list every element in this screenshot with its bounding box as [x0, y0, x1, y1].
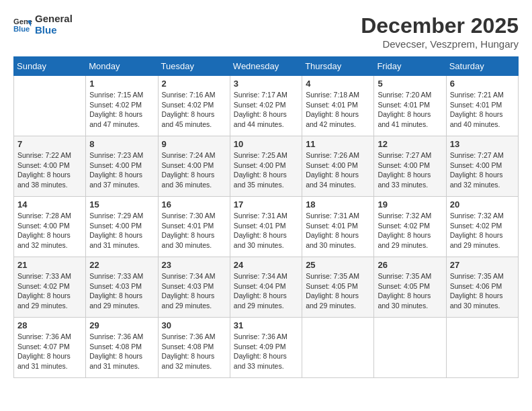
day-number: 13: [450, 139, 515, 149]
col-tuesday: Tuesday: [158, 57, 230, 76]
day-number: 17: [234, 199, 298, 210]
calendar-cell: 21 Sunrise: 7:33 AMSunset: 4:02 PMDaylig…: [14, 257, 86, 318]
day-info: Sunrise: 7:22 AMSunset: 4:00 PMDaylight:…: [17, 150, 82, 190]
day-number: 1: [89, 79, 154, 89]
col-saturday: Saturday: [446, 57, 518, 76]
day-info: Sunrise: 7:34 AMSunset: 4:04 PMDaylight:…: [234, 271, 298, 311]
day-info: Sunrise: 7:34 AMSunset: 4:03 PMDaylight:…: [162, 271, 226, 311]
week-row-2: 14 Sunrise: 7:28 AMSunset: 4:00 PMDaylig…: [14, 197, 519, 257]
day-info: Sunrise: 7:35 AMSunset: 4:05 PMDaylight:…: [378, 271, 442, 311]
calendar-cell: 17 Sunrise: 7:31 AMSunset: 4:01 PMDaylig…: [230, 197, 302, 257]
calendar-cell: [14, 76, 86, 136]
calendar-cell: 11 Sunrise: 7:26 AMSunset: 4:00 PMDaylig…: [302, 136, 374, 197]
day-number: 28: [17, 320, 82, 330]
calendar-cell: 1 Sunrise: 7:15 AMSunset: 4:02 PMDayligh…: [86, 76, 158, 136]
day-info: Sunrise: 7:28 AMSunset: 4:00 PMDaylight:…: [17, 211, 82, 250]
title-area: December 2025 Devecser, Veszprem, Hungar…: [361, 13, 519, 50]
calendar-cell: 13 Sunrise: 7:27 AMSunset: 4:00 PMDaylig…: [446, 136, 518, 197]
day-info: Sunrise: 7:33 AMSunset: 4:02 PMDaylight:…: [17, 271, 82, 311]
day-number: 16: [162, 199, 226, 210]
day-info: Sunrise: 7:31 AMSunset: 4:01 PMDaylight:…: [306, 211, 370, 250]
day-number: 2: [162, 79, 226, 89]
calendar-cell: 18 Sunrise: 7:31 AMSunset: 4:01 PMDaylig…: [302, 197, 374, 257]
day-info: Sunrise: 7:26 AMSunset: 4:00 PMDaylight:…: [306, 150, 370, 190]
calendar-cell: 15 Sunrise: 7:29 AMSunset: 4:00 PMDaylig…: [86, 197, 158, 257]
day-info: Sunrise: 7:35 AMSunset: 4:05 PMDaylight:…: [306, 271, 370, 311]
day-info: Sunrise: 7:27 AMSunset: 4:00 PMDaylight:…: [378, 150, 442, 190]
day-info: Sunrise: 7:16 AMSunset: 4:02 PMDaylight:…: [162, 90, 226, 130]
calendar-cell: [302, 318, 374, 378]
day-number: 4: [306, 79, 370, 89]
day-number: 30: [162, 320, 226, 330]
calendar-cell: 27 Sunrise: 7:35 AMSunset: 4:06 PMDaylig…: [446, 257, 518, 318]
day-number: 20: [450, 199, 515, 210]
day-info: Sunrise: 7:31 AMSunset: 4:01 PMDaylight:…: [234, 211, 298, 250]
week-row-1: 7 Sunrise: 7:22 AMSunset: 4:00 PMDayligh…: [14, 136, 519, 197]
calendar-cell: 9 Sunrise: 7:24 AMSunset: 4:00 PMDayligh…: [158, 136, 230, 197]
calendar-cell: 28 Sunrise: 7:36 AMSunset: 4:07 PMDaylig…: [14, 318, 86, 378]
header: General Blue General Blue December 2025 …: [13, 13, 519, 50]
calendar-cell: 30 Sunrise: 7:36 AMSunset: 4:08 PMDaylig…: [158, 318, 230, 378]
day-info: Sunrise: 7:24 AMSunset: 4:00 PMDaylight:…: [162, 150, 226, 190]
day-number: 5: [378, 79, 442, 89]
day-info: Sunrise: 7:17 AMSunset: 4:02 PMDaylight:…: [234, 90, 298, 130]
location-title: Devecser, Veszprem, Hungary: [361, 38, 519, 50]
calendar-cell: 29 Sunrise: 7:36 AMSunset: 4:08 PMDaylig…: [86, 318, 158, 378]
day-number: 24: [234, 260, 298, 270]
day-number: 12: [378, 139, 442, 149]
calendar-cell: 6 Sunrise: 7:21 AMSunset: 4:01 PMDayligh…: [446, 76, 518, 136]
day-info: Sunrise: 7:36 AMSunset: 4:07 PMDaylight:…: [17, 332, 82, 371]
calendar-cell: 24 Sunrise: 7:34 AMSunset: 4:04 PMDaylig…: [230, 257, 302, 318]
day-number: 22: [89, 260, 154, 270]
day-number: 27: [450, 260, 515, 270]
day-info: Sunrise: 7:21 AMSunset: 4:01 PMDaylight:…: [450, 90, 515, 130]
calendar-cell: 31 Sunrise: 7:36 AMSunset: 4:09 PMDaylig…: [230, 318, 302, 378]
day-number: 23: [162, 260, 226, 270]
day-number: 29: [89, 320, 154, 330]
day-info: Sunrise: 7:20 AMSunset: 4:01 PMDaylight:…: [378, 90, 442, 130]
day-info: Sunrise: 7:36 AMSunset: 4:09 PMDaylight:…: [234, 332, 298, 371]
week-row-4: 28 Sunrise: 7:36 AMSunset: 4:07 PMDaylig…: [14, 318, 519, 378]
day-number: 19: [378, 199, 442, 210]
day-info: Sunrise: 7:25 AMSunset: 4:00 PMDaylight:…: [234, 150, 298, 190]
day-info: Sunrise: 7:36 AMSunset: 4:08 PMDaylight:…: [162, 332, 226, 371]
calendar-cell: 12 Sunrise: 7:27 AMSunset: 4:00 PMDaylig…: [374, 136, 446, 197]
calendar-cell: 8 Sunrise: 7:23 AMSunset: 4:00 PMDayligh…: [86, 136, 158, 197]
day-info: Sunrise: 7:30 AMSunset: 4:01 PMDaylight:…: [162, 211, 226, 250]
calendar-cell: 10 Sunrise: 7:25 AMSunset: 4:00 PMDaylig…: [230, 136, 302, 197]
day-number: 8: [89, 139, 154, 149]
week-row-3: 21 Sunrise: 7:33 AMSunset: 4:02 PMDaylig…: [14, 257, 519, 318]
day-number: 11: [306, 139, 370, 149]
svg-text:Blue: Blue: [13, 25, 30, 33]
calendar: Sunday Monday Tuesday Wednesday Thursday…: [13, 56, 519, 378]
calendar-cell: 22 Sunrise: 7:33 AMSunset: 4:03 PMDaylig…: [86, 257, 158, 318]
calendar-cell: 14 Sunrise: 7:28 AMSunset: 4:00 PMDaylig…: [14, 197, 86, 257]
calendar-cell: 25 Sunrise: 7:35 AMSunset: 4:05 PMDaylig…: [302, 257, 374, 318]
calendar-cell: 23 Sunrise: 7:34 AMSunset: 4:03 PMDaylig…: [158, 257, 230, 318]
day-info: Sunrise: 7:29 AMSunset: 4:00 PMDaylight:…: [89, 211, 154, 250]
calendar-header-row: Sunday Monday Tuesday Wednesday Thursday…: [14, 57, 519, 76]
calendar-cell: 7 Sunrise: 7:22 AMSunset: 4:00 PMDayligh…: [14, 136, 86, 197]
day-info: Sunrise: 7:32 AMSunset: 4:02 PMDaylight:…: [378, 211, 442, 250]
day-number: 18: [306, 199, 370, 210]
col-sunday: Sunday: [14, 57, 86, 76]
logo-text-line2: Blue: [35, 25, 73, 36]
calendar-cell: 20 Sunrise: 7:32 AMSunset: 4:02 PMDaylig…: [446, 197, 518, 257]
calendar-cell: 3 Sunrise: 7:17 AMSunset: 4:02 PMDayligh…: [230, 76, 302, 136]
month-title: December 2025: [361, 13, 519, 38]
day-number: 7: [17, 139, 82, 149]
calendar-cell: 4 Sunrise: 7:18 AMSunset: 4:01 PMDayligh…: [302, 76, 374, 136]
day-number: 3: [234, 79, 298, 89]
calendar-cell: 19 Sunrise: 7:32 AMSunset: 4:02 PMDaylig…: [374, 197, 446, 257]
day-number: 15: [89, 199, 154, 210]
col-friday: Friday: [374, 57, 446, 76]
day-number: 10: [234, 139, 298, 149]
day-number: 31: [234, 320, 298, 330]
day-number: 21: [17, 260, 82, 270]
calendar-cell: [446, 318, 518, 378]
calendar-cell: [374, 318, 446, 378]
day-info: Sunrise: 7:35 AMSunset: 4:06 PMDaylight:…: [450, 271, 515, 311]
day-number: 14: [17, 199, 82, 210]
day-info: Sunrise: 7:23 AMSunset: 4:00 PMDaylight:…: [89, 150, 154, 190]
col-thursday: Thursday: [302, 57, 374, 76]
